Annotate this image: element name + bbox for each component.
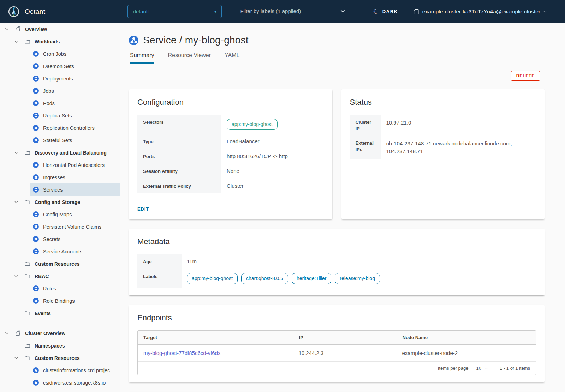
sidebar-item[interactable]: Discovery and Load Balancing [0,146,120,159]
resource-icon [15,26,21,32]
resource-icon [33,88,39,94]
tab[interactable]: YAML [224,51,240,64]
chevron-down-icon[interactable] [14,356,19,361]
selector-chip[interactable]: app:my-blog-ghost [227,119,278,130]
namespace-value: default [133,8,149,14]
items-per-page-select[interactable]: 10 [476,366,487,371]
edit-link[interactable]: EDIT [137,206,149,212]
sidebar-item-label: Roles [43,286,56,291]
sidebar-item[interactable]: Custom Resources [0,352,120,364]
sidebar-item[interactable]: Ingresses [0,171,120,183]
resource-icon [24,310,30,316]
tab-bar: Summary Resource Viewer YAML [129,51,565,64]
items-per-page-value: 10 [476,366,481,371]
tab-label: Summary [130,52,154,58]
sidebar-item-label: Config and Storage [35,199,80,205]
sidebar-item[interactable]: Persistent Volume Claims [0,221,120,233]
metadata-title: Metadata [137,237,536,246]
endpoint-target-link[interactable]: my-blog-ghost-77df85c6cd-vf6dx [143,350,220,356]
tab[interactable]: Summary [130,51,154,64]
resource-icon [33,298,39,304]
config-value: LoadBalancer [221,134,324,149]
resource-icon [33,125,39,131]
resource-icon [33,63,39,69]
column-header-target: Target [138,331,293,344]
sidebar-item[interactable]: Cron Jobs [0,48,120,60]
label-chip[interactable]: release:my-blog [335,273,380,284]
config-key: External Traffic Policy [137,179,221,193]
chevron-down-icon[interactable] [4,27,9,32]
sidebar-item-label: Persistent Volume Claims [43,224,101,230]
sidebar-item[interactable]: clusterinformations.crd.projec [0,364,120,376]
config-key: Ports [137,149,221,164]
configuration-title: Configuration [137,98,324,107]
chevron-down-icon[interactable] [14,39,19,44]
sidebar-item[interactable]: Replica Sets [0,109,120,122]
sidebar-item-label: Pods [43,101,55,106]
resource-icon [24,355,30,361]
sidebar-item[interactable]: Daemon Sets [0,60,120,72]
dropdown-caret-icon: ▾ [214,9,217,14]
pagination-range: 1 - 1 of 1 items [500,366,530,371]
metadata-card: Metadata Age 11m Labels app:my-blog-ghos… [129,229,545,295]
label-chip[interactable]: app:my-blog-ghost [187,273,238,284]
sidebar-item[interactable]: Workloads [0,35,120,48]
label-chip[interactable]: chart:ghost-8.0.5 [241,273,288,284]
sidebar-item[interactable]: Cluster Overview [0,327,120,339]
sidebar-item[interactable]: Jobs [0,85,120,97]
metadata-value-labels: app:my-blog-ghost chart:ghost-8.0.5 heri… [182,269,536,288]
sidebar-item[interactable]: Pods [0,97,120,109]
sidebar-item[interactable]: Service Accounts [0,245,120,258]
octant-logo [8,6,20,18]
sidebar-item[interactable]: Custom Resources [0,258,120,270]
sidebar-item[interactable]: RBAC [0,270,120,282]
sidebar-item[interactable]: Roles [0,282,120,295]
cluster-context-dropdown[interactable]: example-cluster-ka3TuTzYo4a@example-clus… [413,8,546,15]
page-title: Service / my-blog-ghost [143,35,249,46]
resource-icon [33,224,39,230]
sidebar-item-label: Services [43,187,63,193]
resource-icon [33,174,39,180]
sidebar-item[interactable]: Config Maps [0,208,120,221]
metadata-value-age: 11m [182,254,536,269]
sidebar-item[interactable]: csidrivers.csi.storage.k8s.io [0,376,120,389]
resource-icon [33,51,39,57]
sidebar-item[interactable]: Role Bindings [0,295,120,307]
sidebar-item[interactable]: Config and Storage [0,196,120,208]
sidebar-item-label: Cron Jobs [43,51,66,57]
chevron-down-icon [485,366,488,369]
sidebar-item[interactable]: Events [0,307,120,319]
sidebar-item-label: Jobs [43,88,54,94]
dark-mode-toggle[interactable]: ☾ DARK [373,8,398,15]
status-card: Status Cluster IP 10.97.21.0 External IP… [341,89,545,219]
chevron-down-icon[interactable] [14,150,19,155]
resource-icon [24,150,30,156]
delete-button[interactable]: DELETE [511,71,540,81]
resource-icon [33,100,39,106]
resource-icon [24,199,30,205]
chevron-down-icon[interactable] [14,274,19,279]
sidebar-item-label: Discovery and Load Balancing [35,150,107,156]
resource-icon [33,380,39,386]
namespace-dropdown[interactable]: default ▾ [127,5,222,18]
metadata-key-age: Age [137,254,182,269]
tab[interactable]: Resource Viewer [167,51,211,64]
sidebar-item[interactable]: Deployments [0,72,120,85]
endpoints-table: Target IP Node Name my-blog-ghost-77df85… [137,330,536,375]
sidebar-item[interactable]: Overview [0,23,120,35]
label-filter-dropdown[interactable]: Filter by labels (1 applied) [231,5,346,18]
status-value: 10.97.21.0 [381,115,536,135]
sidebar-item[interactable]: Namespaces [0,339,120,352]
metadata-key-labels: Labels [137,269,182,288]
sidebar-item[interactable]: Services [0,183,120,196]
label-chip[interactable]: heritage:Tiller [292,273,331,284]
sidebar-item[interactable]: Stateful Sets [0,134,120,146]
sidebar-item[interactable]: Replication Controllers [0,122,120,134]
sidebar-item[interactable]: Secrets [0,233,120,245]
resource-icon [33,236,39,242]
sidebar-item[interactable]: Horizontal Pod Autoscalers [0,159,120,171]
config-key-selectors: Selectors [137,115,221,134]
chevron-down-icon[interactable] [4,331,9,336]
sidebar-item-label: Replica Sets [43,113,72,119]
chevron-down-icon[interactable] [14,200,19,205]
